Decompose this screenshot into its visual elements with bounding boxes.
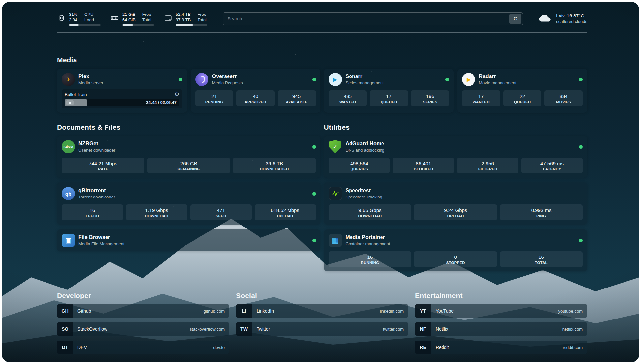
- stat-queued: 22QUEUED: [503, 90, 541, 106]
- card-radarr[interactable]: ▶ Radarr Movie management 17WANTED 22QUE…: [457, 69, 587, 113]
- section-title-media: Media: [57, 56, 587, 64]
- bookmark-name: Github: [77, 308, 91, 314]
- disk-values: 52.4 TB97.9 TB: [176, 12, 191, 23]
- bookmark-url: dev.to: [213, 345, 225, 350]
- adguard-icon: ✓: [329, 140, 342, 153]
- bookmark-name: Reddit: [436, 345, 449, 350]
- bookmark-dev[interactable]: DT DEV dev.to: [57, 341, 229, 354]
- bookmark-url: youtube.com: [558, 309, 583, 314]
- bookmark-linkedin[interactable]: LI LinkedIn linkedin.com: [236, 304, 408, 318]
- card-portainer[interactable]: ▦ Media Portainer Container management 1…: [324, 229, 588, 271]
- radarr-icon: ▶: [462, 73, 475, 86]
- service-desc: Movie management: [479, 80, 516, 86]
- stat-download: 9.65 GbpsDOWNLOAD: [329, 204, 412, 220]
- stat-stopped: 0STOPPED: [414, 251, 497, 267]
- stat-pending: 21PENDING: [195, 90, 233, 106]
- service-name: Plex: [78, 73, 103, 80]
- section-title-documents: Documents & Files: [57, 123, 320, 131]
- ram-progress-bar: [122, 24, 154, 26]
- playback-time: 24:44 / 02:06:47: [146, 100, 176, 105]
- sonarr-icon: ▶: [329, 73, 342, 86]
- card-plex[interactable]: › Plex Media server Bullet Train ⚙: [57, 69, 187, 113]
- bookmark-github[interactable]: GH Github github.com: [57, 304, 229, 318]
- stat-downloaded: 39.6 TBDOWNLOADED: [233, 158, 316, 173]
- cpu-widget: 31%2.94 CPULoad: [57, 12, 101, 26]
- stat-remaining: 266 GBREMAINING: [147, 158, 230, 173]
- bookmarks-entertainment: Entertainment YT YouTube youtube.com NF …: [415, 292, 587, 354]
- stat-leech: 16LEECH: [62, 204, 123, 220]
- service-desc: Usenet downloader: [78, 147, 115, 153]
- bookmark-reddit[interactable]: RE Reddit reddit.com: [415, 341, 587, 354]
- card-sonarr[interactable]: ▶ Sonarr Series management 485WANTED 17Q…: [324, 69, 454, 113]
- stars-decoration: [2, 2, 2, 2]
- bookmark-abbr: LI: [236, 304, 252, 318]
- pause-button[interactable]: [66, 100, 74, 105]
- metric-divider: [139, 12, 139, 23]
- search-input[interactable]: [223, 12, 523, 25]
- service-desc: Media Requests: [212, 80, 243, 86]
- bookmark-stackoverflow[interactable]: SO StackOverflow stackoverflow.com: [57, 322, 229, 336]
- service-desc: DNS and adblocking: [346, 147, 385, 153]
- stat-total: 16TOTAL: [500, 251, 583, 267]
- settings-gear-icon[interactable]: ⚙: [174, 92, 179, 97]
- status-dot: [179, 78, 182, 81]
- system-metrics: 31%2.94 CPULoad: [57, 12, 207, 26]
- card-adguard[interactable]: ✓ AdGuard Home DNS and adblocking 498,56…: [324, 136, 588, 178]
- search-engine-button[interactable]: G: [509, 14, 521, 24]
- bookmark-name: DEV: [77, 345, 87, 350]
- status-dot: [312, 239, 316, 242]
- bookmark-name: LinkedIn: [257, 308, 274, 314]
- disk-icon: [164, 14, 172, 24]
- bookmark-netflix[interactable]: NF Netflix netflix.com: [415, 322, 587, 336]
- card-filebrowser[interactable]: ▣ File Browser Media File Management: [57, 229, 320, 251]
- ram-widget: 21 GiB64 GiB FreeTotal: [110, 12, 154, 26]
- weather-location: Lviv, 16.87°C: [556, 13, 587, 18]
- section-title-utilities: Utilities: [324, 123, 588, 131]
- top-bar: 31%2.94 CPULoad: [57, 2, 587, 26]
- plex-now-playing: Bullet Train ⚙ 24:44 / 02:06:47: [62, 89, 182, 108]
- bookmark-url: twitter.com: [383, 327, 404, 332]
- bookmark-name: Twitter: [257, 326, 270, 332]
- stat-latency: 47.569 msLATENCY: [521, 158, 583, 173]
- metric-divider: [194, 12, 194, 23]
- dashboard-window: 31%2.94 CPULoad: [2, 2, 639, 362]
- bookmark-abbr: TW: [236, 322, 252, 336]
- bookmark-name: YouTube: [436, 308, 454, 314]
- service-name: NZBGet: [78, 140, 115, 147]
- documents-column: Documents & Files nzbget NZBGet Usenet d…: [57, 123, 320, 271]
- metric-divider: [81, 12, 81, 23]
- service-desc: Media File Management: [78, 241, 124, 247]
- card-speedtest[interactable]: Speedtest Speedtest Tracking 9.65 GbpsDO…: [324, 183, 588, 225]
- card-nzbget[interactable]: nzbget NZBGet Usenet downloader 744.21 M…: [57, 136, 320, 178]
- status-dot: [579, 145, 583, 149]
- stat-queued: 17QUEUED: [370, 90, 408, 106]
- bookmark-youtube[interactable]: YT YouTube youtube.com: [415, 304, 587, 318]
- plex-icon: ›: [62, 73, 75, 86]
- stat-ping: 0.993 msPING: [500, 204, 583, 220]
- portainer-icon: ▦: [329, 234, 342, 247]
- stat-rate: 744.21 MbpsRATE: [62, 158, 144, 173]
- ram-values: 21 GiB64 GiB: [122, 12, 136, 23]
- bookmark-url: reddit.com: [563, 345, 583, 350]
- cpu-progress-bar: [69, 24, 101, 26]
- card-overseerr[interactable]: Overseerr Media Requests 21PENDING 40APP…: [191, 69, 320, 113]
- status-dot: [579, 78, 583, 81]
- service-desc: Series management: [346, 80, 384, 86]
- stat-download: 1.19 GbpsDOWNLOAD: [126, 204, 187, 220]
- service-name: Sonarr: [346, 73, 384, 80]
- cloud-icon: [538, 14, 552, 24]
- card-qbittorrent[interactable]: qb qBittorrent Torrent downloader 16LEEC…: [57, 183, 320, 225]
- stat-wanted: 17WANTED: [462, 90, 500, 106]
- stat-series: 196SERIES: [411, 90, 449, 106]
- bookmarks-social: Social LI LinkedIn linkedin.com TW Twitt…: [236, 292, 408, 354]
- service-name: Radarr: [479, 73, 516, 80]
- service-desc: Speedtest Tracking: [346, 194, 382, 200]
- disk-progress-bar: [176, 24, 207, 26]
- stat-available: 945AVAILABLE: [278, 90, 316, 106]
- bookmark-name: StackOverflow: [77, 326, 107, 332]
- bookmark-twitter[interactable]: TW Twitter twitter.com: [236, 322, 408, 336]
- status-dot: [579, 239, 583, 242]
- bookmark-abbr: RE: [415, 341, 431, 354]
- stat-seed: 471SEED: [190, 204, 252, 220]
- overseerr-icon: [195, 73, 208, 86]
